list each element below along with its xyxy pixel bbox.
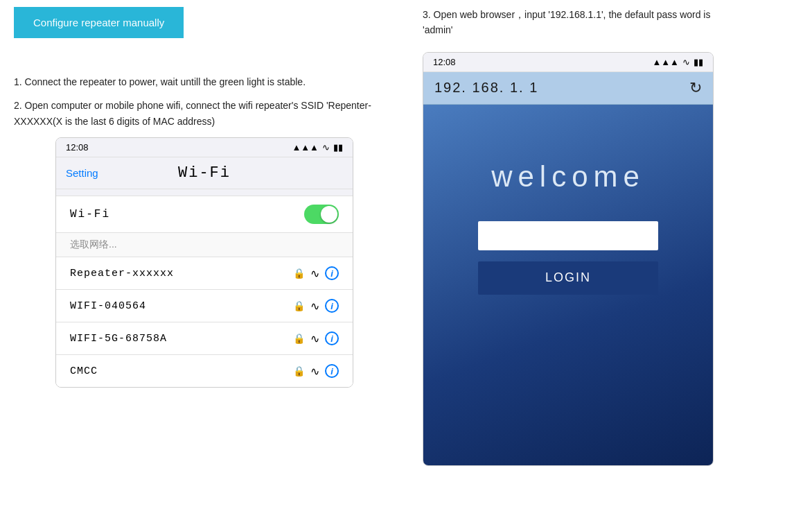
- wifi-status-icon: ∿: [322, 142, 330, 153]
- lock-icon-1: 🔒: [293, 300, 305, 311]
- list-item[interactable]: CMCC 🔒 ∿ i: [56, 355, 353, 387]
- password-input[interactable]: [478, 221, 658, 250]
- network-icons-3: 🔒 ∿ i: [293, 364, 339, 378]
- browser-url-text: 192. 168. 1. 1: [434, 80, 538, 96]
- login-btn-label: LOGIN: [545, 270, 591, 284]
- choose-network-text: 选取网络...: [70, 239, 117, 250]
- setting-link[interactable]: Setting: [66, 167, 98, 179]
- step3-text: 3. Open web browser，input '192.168.1.1',…: [423, 7, 741, 38]
- network-name-1: WIFI-040564: [70, 300, 146, 312]
- network-name-2: WIFI-5G-68758A: [70, 333, 167, 345]
- lock-icon-2: 🔒: [293, 333, 305, 344]
- wifi-label: Wi-Fi: [70, 208, 110, 221]
- battery-icon: ▮▮: [333, 142, 343, 153]
- spacer-row: [56, 189, 353, 196]
- list-item[interactable]: Repeater-xxxxxx 🔒 ∿ i: [56, 257, 353, 290]
- info-icon-0[interactable]: i: [325, 266, 339, 280]
- phone-time: 12:08: [66, 142, 89, 153]
- network-name-0: Repeater-xxxxxx: [70, 268, 174, 279]
- configure-repeater-button[interactable]: Configure repeater manually: [14, 7, 184, 38]
- lock-icon-0: 🔒: [293, 268, 305, 279]
- browser-battery-icon: ▮▮: [694, 57, 703, 67]
- list-item[interactable]: WIFI-040564 🔒 ∿ i: [56, 290, 353, 322]
- phone-status-bar: 12:08 ▲▲▲ ∿ ▮▮: [56, 138, 353, 157]
- browser-signal-icon: ▲▲▲: [652, 57, 679, 67]
- refresh-icon[interactable]: ↻: [689, 79, 702, 97]
- network-icons-0: 🔒 ∿ i: [293, 266, 339, 280]
- list-item[interactable]: WIFI-5G-68758A 🔒 ∿ i: [56, 322, 353, 355]
- step2-text: 2. Open computer or mobile phone wifi, c…: [14, 98, 388, 129]
- step3-line1: 3. Open web browser，input '192.168.1.1',…: [423, 9, 710, 20]
- browser-status-icons: ▲▲▲ ∿ ▮▮: [652, 57, 703, 67]
- lock-icon-3: 🔒: [293, 365, 305, 377]
- phone-mockup-left: 12:08 ▲▲▲ ∿ ▮▮ Setting Wi-Fi Wi-Fi 选取网络.…: [55, 137, 353, 388]
- browser-url-bar[interactable]: 192. 168. 1. 1 ↻: [423, 72, 713, 105]
- login-button[interactable]: LOGIN: [478, 261, 658, 295]
- wifi-icon-0: ∿: [310, 267, 319, 280]
- wifi-icon-2: ∿: [310, 332, 319, 345]
- network-icons-1: 🔒 ∿ i: [293, 299, 339, 313]
- wifi-title: Wi-Fi: [178, 164, 231, 182]
- signal-icon: ▲▲▲: [292, 142, 319, 153]
- browser-time: 12:08: [433, 57, 456, 67]
- configure-btn-label: Configure repeater manually: [33, 17, 164, 28]
- browser-status-bar: 12:08 ▲▲▲ ∿ ▮▮: [423, 53, 713, 72]
- info-icon-3[interactable]: i: [325, 364, 339, 378]
- step3-line2: 'admin': [423, 24, 452, 35]
- wifi-icon-1: ∿: [310, 300, 319, 313]
- wifi-toggle-row: Wi-Fi: [56, 196, 353, 233]
- wifi-icon-3: ∿: [310, 365, 319, 378]
- browser-content: welcome LOGIN: [423, 105, 713, 465]
- wifi-toggle[interactable]: [304, 205, 339, 224]
- welcome-heading: welcome: [491, 160, 645, 193]
- network-name-3: CMCC: [70, 365, 98, 377]
- phone-status-icons: ▲▲▲ ∿ ▮▮: [292, 142, 343, 153]
- left-panel: Configure repeater manually 1. Connect t…: [0, 0, 402, 518]
- step1-text: 1. Connect the repeater to power, wait u…: [14, 74, 388, 89]
- browser-mockup: 12:08 ▲▲▲ ∿ ▮▮ 192. 168. 1. 1 ↻ welcome …: [423, 52, 714, 466]
- choose-network-label: 选取网络...: [56, 233, 353, 257]
- info-icon-2[interactable]: i: [325, 331, 339, 345]
- right-panel: 3. Open web browser，input '192.168.1.1',…: [402, 0, 812, 518]
- browser-wifi-icon: ∿: [682, 57, 690, 67]
- wifi-header: Setting Wi-Fi: [56, 157, 353, 189]
- network-icons-2: 🔒 ∿ i: [293, 331, 339, 345]
- info-icon-1[interactable]: i: [325, 299, 339, 313]
